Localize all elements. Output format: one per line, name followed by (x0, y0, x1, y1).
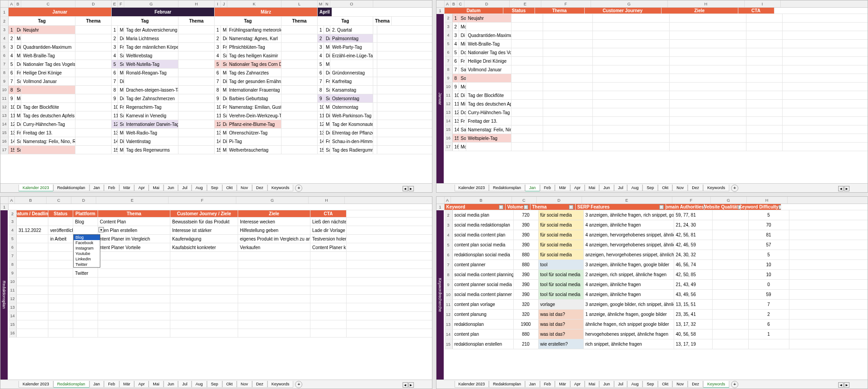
empty-cell[interactable] (98, 286, 170, 294)
empty-cell[interactable] (670, 100, 746, 108)
day-number[interactable]: 15 (9, 146, 15, 154)
thema-cell[interactable] (282, 111, 318, 120)
thema-cell[interactable] (282, 86, 318, 94)
day-number[interactable]: 3 (215, 43, 221, 51)
day-number[interactable]: 4 (318, 51, 324, 60)
cell[interactable]: 4 anzeigen, ähnliche fragen (584, 220, 674, 230)
sheet-tab-jan[interactable]: Jan (89, 185, 104, 191)
day-number[interactable]: 8 (112, 86, 118, 94)
cell[interactable]: ähnliche fragen, rich snippet google bil… (584, 320, 674, 329)
day-event[interactable]: Ostermontag (330, 103, 373, 111)
day-event[interactable] (466, 83, 511, 91)
day-number[interactable]: 11 (453, 100, 459, 108)
col-header[interactable] (436, 197, 445, 204)
thema-cell[interactable] (75, 86, 112, 94)
day-event[interactable]: Valentinstag (124, 137, 178, 145)
cell[interactable]: content plan social media (453, 240, 514, 250)
thema-cell[interactable] (178, 77, 215, 85)
col-header[interactable]: M (318, 0, 324, 7)
cell[interactable]: vorlage (539, 300, 584, 309)
day-number[interactable]: 5 (112, 60, 118, 68)
scroll-right-icon[interactable]: ► (844, 382, 849, 388)
empty-cell[interactable] (746, 143, 783, 151)
day-event[interactable] (330, 60, 373, 68)
weekday[interactable]: Fr (221, 43, 227, 51)
cell[interactable]: für social media (539, 230, 584, 240)
sheet-tab-jun[interactable]: Jun (164, 381, 178, 388)
cell[interactable]: social media content planning (453, 270, 514, 279)
cell[interactable]: 7 (749, 300, 789, 309)
thema-cell[interactable] (373, 146, 377, 154)
day-number[interactable]: 6 (215, 69, 221, 77)
weekday[interactable]: Mo (459, 143, 466, 151)
empty-cell[interactable] (593, 74, 670, 82)
sheet-tab-mai[interactable]: Mai (585, 185, 600, 191)
cell[interactable]: 4 anzeigen, hervorgehobenes snippet, ähn… (584, 230, 674, 240)
empty-cell[interactable] (238, 286, 310, 294)
cell[interactable]: 59 (749, 290, 789, 299)
weekday[interactable]: Mo (459, 23, 466, 31)
cell[interactable]: content planner (453, 260, 514, 269)
thema-cell[interactable] (373, 77, 377, 85)
col-header[interactable]: F (169, 197, 236, 204)
sheet-tab-mai[interactable]: Mai (149, 185, 164, 191)
cell[interactable] (238, 260, 310, 269)
day-event[interactable]: Namenstag: Felix, Nino, Rainer, Zoe (466, 125, 511, 134)
weekday[interactable]: Mo (15, 94, 21, 102)
thema-cell[interactable] (75, 103, 112, 111)
day-number[interactable]: 10 (9, 103, 15, 111)
filter-icon[interactable]: ▼ (659, 205, 664, 209)
cell[interactable]: Verkaufen (238, 243, 310, 251)
cell[interactable] (17, 218, 48, 226)
cell[interactable]: Content Plan (98, 218, 170, 226)
weekday[interactable]: Sa (324, 86, 330, 94)
cell[interactable]: redaktionsplan (453, 320, 514, 329)
empty-cell[interactable] (310, 303, 347, 311)
day-number[interactable]: 13 (9, 129, 15, 137)
scroll-right-icon[interactable]: ► (408, 186, 414, 191)
weekday[interactable]: Mi (118, 26, 124, 34)
day-number[interactable]: 9 (112, 94, 118, 102)
cell[interactable]: 43, 49, 56 (674, 290, 713, 299)
day-event[interactable]: Namenstag: Agnes, Karl (227, 34, 282, 42)
empty-cell[interactable] (73, 329, 98, 337)
day-number[interactable]: 8 (9, 86, 15, 94)
cell[interactable] (238, 252, 310, 260)
cell[interactable]: 3 anzeigen, ähnliche fragen, google bild… (584, 260, 674, 269)
cell[interactable] (48, 252, 73, 260)
day-number[interactable]: 7 (112, 77, 118, 85)
weekday[interactable]: Do (15, 60, 21, 68)
cell[interactable]: 880 (514, 250, 539, 259)
empty-cell[interactable] (48, 295, 73, 303)
status-cell[interactable] (511, 125, 543, 134)
day-number[interactable]: 1 (112, 26, 118, 34)
col-header[interactable]: J (221, 0, 227, 7)
sheet-tab-jan[interactable]: Jan (525, 185, 540, 191)
empty-cell[interactable] (543, 48, 593, 56)
day-number[interactable]: 1 (215, 26, 221, 34)
day-number[interactable]: 11 (9, 111, 15, 120)
cell[interactable] (749, 339, 789, 349)
day-event[interactable]: Welt-Party-Tag (330, 43, 373, 51)
cell[interactable]: 1 (749, 329, 789, 339)
day-event[interactable]: Internationaler Darwin-Tag (124, 120, 178, 128)
sheet-tab-keywords[interactable]: Keywords (267, 381, 294, 388)
empty-cell[interactable] (98, 303, 170, 311)
day-number[interactable]: 8 (453, 74, 459, 82)
sheet-tab-mär[interactable]: Mär (555, 185, 570, 191)
empty-cell[interactable] (310, 312, 347, 320)
sheet-tab-sep[interactable]: Sep (643, 185, 658, 191)
filter-icon[interactable]: ▼ (569, 205, 573, 209)
day-number[interactable]: 5 (453, 48, 459, 56)
thema-cell[interactable] (75, 60, 112, 68)
day-event[interactable]: Frühlingsanfang meteorologisch (227, 26, 282, 34)
weekday[interactable]: Mi (118, 146, 124, 154)
cell[interactable]: tool für social media (539, 270, 584, 279)
day-event[interactable]: Namenstag: Emilian, Gustav (227, 103, 282, 111)
day-event[interactable]: Nationaler Tag des Vogels (466, 48, 511, 56)
empty-cell[interactable] (543, 143, 593, 151)
weekday[interactable]: Do (118, 94, 124, 102)
day-number[interactable]: 9 (453, 83, 459, 91)
empty-cell[interactable] (746, 23, 783, 31)
empty-cell[interactable] (17, 278, 48, 286)
